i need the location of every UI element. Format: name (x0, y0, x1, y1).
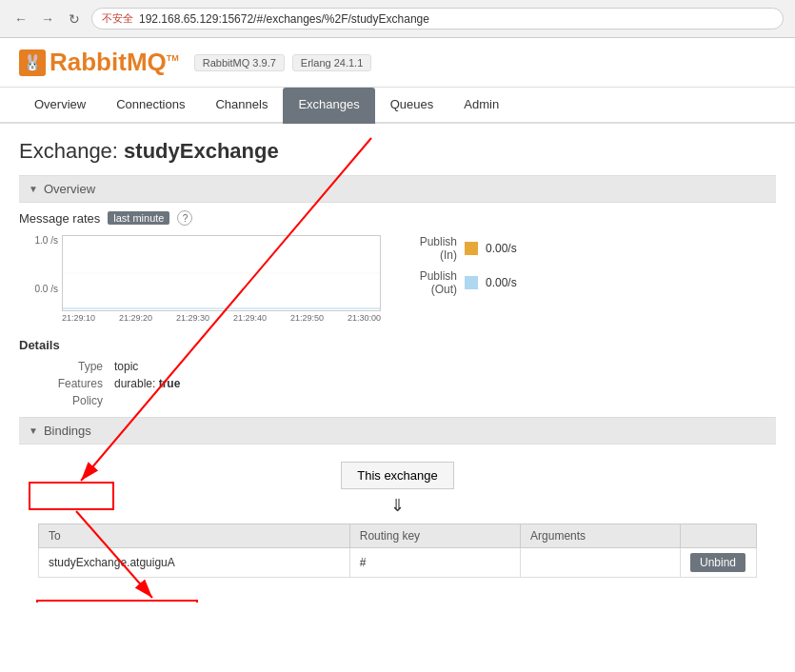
page-content: Exchange: studyExchange ▼ Overview Messa… (0, 124, 795, 603)
bindings-content: This exchange ⇓ To Routing key Arguments… (19, 452, 776, 587)
message-rates-label: Message rates (19, 211, 100, 226)
back-button[interactable]: ← (11, 10, 30, 29)
page-title: Exchange: studyExchange (19, 139, 776, 164)
logo-mq: MQ (127, 48, 167, 76)
bindings-col-to: To (39, 524, 350, 548)
this-exchange-button[interactable]: This exchange (341, 462, 454, 489)
details-features-key: Features (38, 377, 114, 390)
chart-y-top: 1.0 /s (19, 235, 58, 246)
security-warning: 不安全 (102, 11, 133, 26)
forward-button[interactable]: → (38, 10, 57, 29)
chart-y-labels: 1.0 /s 0.0 /s (19, 235, 62, 294)
bindings-triangle-icon: ▼ (29, 425, 38, 436)
logo-rabbit: Rabbit (50, 48, 127, 76)
binding-arguments-cell (521, 548, 681, 578)
overview-section-label: Overview (44, 182, 95, 196)
table-row: studyExchange.atguiguA # Unbind (39, 548, 757, 578)
overview-section-header[interactable]: ▼ Overview (19, 175, 776, 203)
binding-action-cell: Unbind (681, 548, 757, 578)
url-text: 192.168.65.129:15672/#/exchanges/%2F/stu… (139, 12, 429, 26)
nav-overview[interactable]: Overview (19, 88, 101, 124)
chart-x-label-4: 21:29:50 (290, 313, 324, 323)
chart-x-label-1: 21:29:20 (119, 313, 152, 323)
rmq-header: 🐰 RabbitMQTM RabbitMQ 3.9.7 Erlang 24.1.… (0, 38, 795, 88)
main-nav: Overview Connections Channels Exchanges … (0, 88, 795, 124)
publish-legend: Publish(In) 0.00/s Publish(Out) 0.00/s (400, 235, 517, 296)
url-bar[interactable]: 不安全 192.168.65.129:15672/#/exchanges/%2F… (91, 8, 784, 30)
rmq-logo: 🐰 RabbitMQTM (19, 48, 179, 77)
chart-box (62, 235, 381, 311)
page-title-name: studyExchange (124, 139, 279, 163)
details-policy-key: Policy (38, 394, 114, 407)
chart-x-label-3: 21:29:40 (233, 313, 267, 323)
binding-to-cell: studyExchange.atguiguA (39, 548, 350, 578)
publish-out-value: 0.00/s (486, 276, 517, 289)
publish-out-item: Publish(Out) 0.00/s (400, 269, 517, 296)
logo-text: RabbitMQTM (50, 48, 179, 77)
help-icon[interactable]: ? (177, 210, 192, 226)
chart-x-label-5: 21:30:00 (348, 313, 381, 323)
details-table: Type topic Features durable: true Policy (38, 360, 776, 407)
chart-y-bottom: 0.0 /s (19, 284, 58, 294)
details-policy-row: Policy (38, 394, 776, 407)
publish-out-color (465, 276, 478, 289)
publish-in-color (465, 242, 478, 255)
details-features-val: durable: true (114, 377, 180, 390)
details-type-row: Type topic (38, 360, 776, 373)
page-title-prefix: Exchange: (19, 139, 124, 163)
publish-in-item: Publish(In) 0.00/s (400, 235, 517, 262)
nav-queues[interactable]: Queues (375, 88, 449, 124)
overview-triangle-icon: ▼ (29, 184, 38, 194)
browser-chrome: ← → ↻ 不安全 192.168.65.129:15672/#/exchang… (0, 0, 795, 38)
details-section: Details Type topic Features durable: tru… (19, 338, 776, 407)
bindings-section-header[interactable]: ▼ Bindings (19, 417, 776, 445)
chart-x-label-2: 21:29:30 (176, 313, 209, 323)
logo-icon: 🐰 (19, 49, 46, 76)
publish-in-value: 0.00/s (486, 242, 517, 255)
details-type-key: Type (38, 360, 114, 373)
chart-svg (63, 236, 380, 310)
message-rates-row: Message rates last minute ? (19, 210, 776, 226)
refresh-button[interactable]: ↻ (65, 10, 84, 29)
bindings-col-arguments: Arguments (521, 524, 681, 548)
down-arrow-icon: ⇓ (38, 495, 757, 516)
details-title: Details (19, 338, 776, 352)
nav-exchanges[interactable]: Exchanges (283, 88, 374, 124)
bindings-col-routing-key: Routing key (349, 524, 520, 548)
bindings-table: To Routing key Arguments studyExchange.a… (38, 524, 757, 578)
logo-tm: TM (167, 53, 179, 63)
bindings-col-action (681, 524, 757, 548)
chart-x-label-0: 21:29:10 (62, 313, 95, 323)
details-type-val: topic (114, 360, 138, 373)
bindings-section-label: Bindings (44, 424, 91, 438)
nav-admin[interactable]: Admin (448, 88, 514, 124)
nav-channels[interactable]: Channels (200, 88, 283, 124)
erlang-version-badge: Erlang 24.1.1 (292, 54, 371, 71)
binding-routing-key-cell: # (349, 548, 520, 578)
details-features-row: Features durable: true (38, 377, 776, 390)
version-badges: RabbitMQ 3.9.7 Erlang 24.1.1 (194, 54, 371, 71)
chart-area: 1.0 /s 0.0 /s 21:29:10 21:29:20 21:29:30… (19, 235, 776, 323)
nav-connections[interactable]: Connections (101, 88, 200, 124)
publish-in-label: Publish(In) (400, 235, 457, 262)
publish-out-label: Publish(Out) (400, 269, 457, 296)
rabbitmq-version-badge: RabbitMQ 3.9.7 (194, 54, 285, 71)
unbind-button[interactable]: Unbind (690, 553, 745, 572)
chart-container: 1.0 /s 0.0 /s 21:29:10 21:29:20 21:29:30… (19, 235, 381, 323)
last-minute-badge: last minute (108, 211, 169, 225)
chart-x-labels: 21:29:10 21:29:20 21:29:30 21:29:40 21:2… (62, 311, 381, 323)
page-wrapper: ← → ↻ 不安全 192.168.65.129:15672/#/exchang… (0, 0, 795, 603)
